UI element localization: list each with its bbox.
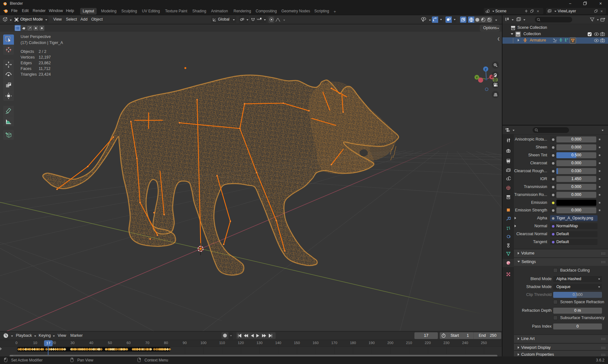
svg-text:Z: Z: [485, 67, 487, 71]
svg-text:Y: Y: [476, 76, 478, 79]
